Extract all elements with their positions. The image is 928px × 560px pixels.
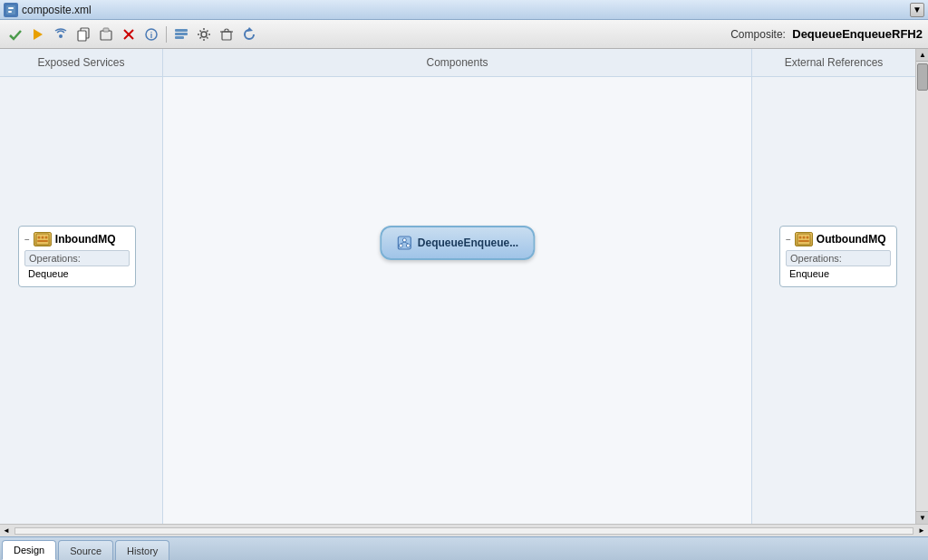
- composite-name-text: DequeueEnqueueRFH2: [792, 27, 923, 41]
- outbound-ops-label: Operations:: [786, 250, 891, 266]
- outbound-node-header: − OutboundMQ: [786, 232, 891, 246]
- scroll-left-button[interactable]: ◄: [0, 525, 13, 537]
- inbound-collapse-icon[interactable]: −: [24, 235, 30, 245]
- scroll-up-button[interactable]: ▲: [916, 49, 928, 62]
- svg-rect-1: [8, 7, 14, 9]
- tab-history[interactable]: History: [115, 540, 169, 560]
- outbound-collapse-icon[interactable]: −: [786, 235, 791, 245]
- svg-rect-18: [222, 32, 231, 40]
- run-button[interactable]: [28, 24, 48, 44]
- paste-button[interactable]: [96, 24, 116, 44]
- inbound-ops-label: Operations:: [24, 250, 130, 266]
- svg-point-30: [37, 237, 40, 239]
- inbound-node-header: − InboundMQ: [24, 232, 130, 246]
- component-node-icon: [396, 235, 412, 251]
- toolbar: i Composite: DequeueEnqueueRFH2: [0, 20, 928, 49]
- outbound-mq-icon: [795, 232, 813, 246]
- tab-title: composite.xml: [22, 4, 92, 16]
- scroll-right-button[interactable]: ►: [915, 525, 928, 537]
- inbound-mq-icon: [34, 232, 52, 246]
- outbound-ops-value: Enqueue: [786, 266, 891, 281]
- trash-button[interactable]: [217, 24, 237, 44]
- exposed-services-header: Exposed Services: [0, 49, 162, 77]
- svg-point-17: [201, 32, 207, 37]
- svg-rect-40: [798, 234, 810, 245]
- svg-rect-44: [798, 240, 809, 242]
- svg-point-4: [59, 34, 63, 38]
- scroll-thumb[interactable]: [917, 63, 928, 91]
- svg-point-43: [806, 237, 808, 239]
- tab-design[interactable]: Design: [2, 540, 56, 560]
- maximize-button[interactable]: ▼: [910, 3, 924, 17]
- info-button[interactable]: i: [141, 24, 161, 44]
- settings-button[interactable]: [194, 24, 214, 44]
- svg-rect-0: [6, 5, 15, 14]
- svg-point-37: [406, 244, 410, 247]
- canvas[interactable]: Exposed Services −: [0, 49, 928, 524]
- inbound-mq-node[interactable]: − InboundMQ: [18, 226, 136, 287]
- components-header: Components: [163, 49, 751, 77]
- tab-bar: Design Source History: [0, 536, 928, 560]
- svg-point-32: [44, 237, 47, 239]
- svg-rect-14: [175, 29, 188, 32]
- validate-button[interactable]: [5, 24, 25, 44]
- toolbar-composite-info: Composite: DequeueEnqueueRFH2: [730, 27, 923, 41]
- svg-point-36: [399, 244, 402, 247]
- svg-point-42: [802, 237, 805, 239]
- signal-button[interactable]: [51, 24, 71, 44]
- outbound-node-title: OutboundMQ: [817, 233, 886, 246]
- exposed-services-column: Exposed Services −: [0, 49, 163, 524]
- composite-label-text: Composite:: [730, 28, 786, 41]
- copy-button[interactable]: [73, 24, 93, 44]
- inbound-node-title: InboundMQ: [55, 233, 116, 246]
- scroll-track: [14, 527, 914, 535]
- svg-point-35: [402, 238, 406, 242]
- external-references-column: External References −: [752, 49, 915, 524]
- components-column: Components DequeueEnqueue...: [163, 49, 752, 524]
- title-bar: composite.xml ▼: [0, 0, 928, 20]
- svg-rect-2: [8, 11, 12, 13]
- editor-container: Exposed Services −: [0, 49, 928, 536]
- svg-rect-6: [78, 31, 86, 41]
- svg-rect-33: [37, 240, 48, 242]
- delete-button[interactable]: [119, 24, 139, 44]
- svg-rect-15: [175, 33, 188, 35]
- vertical-scrollbar[interactable]: ▲ ▼: [915, 49, 928, 524]
- component-node[interactable]: DequeueEnqueue...: [380, 226, 535, 260]
- properties-button[interactable]: [171, 24, 191, 44]
- scroll-down-button[interactable]: ▼: [916, 511, 928, 524]
- svg-point-31: [41, 237, 44, 239]
- svg-marker-3: [34, 29, 43, 40]
- svg-point-41: [798, 237, 801, 239]
- component-node-label: DequeueEnqueue...: [418, 237, 518, 249]
- toolbar-buttons: i: [5, 24, 259, 44]
- svg-rect-9: [103, 28, 109, 32]
- outbound-mq-node[interactable]: − OutboundMQ: [779, 226, 897, 287]
- inbound-ops-value: Dequeue: [24, 266, 130, 281]
- external-references-header: External References: [752, 49, 915, 77]
- horizontal-scrollbar[interactable]: ◄ ►: [0, 524, 928, 536]
- svg-rect-29: [36, 234, 49, 245]
- composite-file-icon: [4, 3, 18, 17]
- svg-text:i: i: [150, 31, 153, 40]
- tab-source[interactable]: Source: [58, 540, 113, 560]
- svg-rect-16: [175, 36, 184, 39]
- toolbar-separator-1: [166, 26, 167, 43]
- title-bar-left: composite.xml: [4, 3, 92, 17]
- refresh-button[interactable]: [239, 24, 259, 44]
